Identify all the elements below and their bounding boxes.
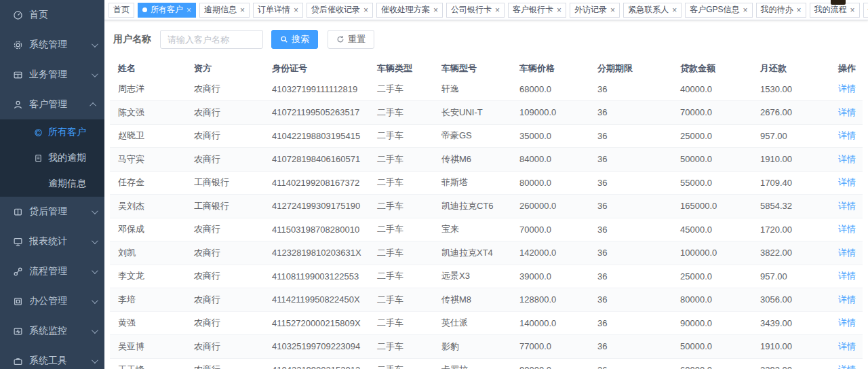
table-row: 黄强农商行41152720000215809X二手车英仕派140000.0369…	[110, 311, 863, 335]
detail-link[interactable]: 详情	[838, 364, 856, 369]
close-icon[interactable]: ×	[495, 6, 500, 14]
sidebar-item-post-loan-management[interactable]: 贷后管理	[0, 197, 104, 227]
cell-vehicle-price: 142000.0	[511, 241, 589, 265]
sidebar-item-customer-management[interactable]: 客户管理	[0, 90, 104, 119]
detail-link[interactable]: 详情	[838, 177, 856, 187]
cell-loan-amount: 50000.0	[672, 335, 752, 359]
table-row: 吴刘杰工商银行412724199309175190二手车凯迪拉克CT626000…	[110, 195, 863, 218]
sidebar-item-system-tools[interactable]: 系统工具	[0, 346, 104, 369]
sidebar-item-system-monitor[interactable]: 系统监控	[0, 316, 104, 346]
cell-vehicle-price: 39000.0	[511, 265, 589, 288]
cell-monthly-payment: 957.00	[752, 124, 830, 148]
cell-funder: 农商行	[186, 358, 264, 369]
sidebar-item-overdue-info[interactable]: 逾期信息	[0, 171, 104, 197]
cell-id-number: 412724199309175190	[264, 195, 369, 218]
detail-link[interactable]: 详情	[838, 271, 856, 281]
detail-link[interactable]: 详情	[838, 224, 856, 234]
detail-link[interactable]: 详情	[838, 248, 856, 258]
cell-loan-amount: 70000.0	[672, 101, 752, 125]
col-header-vehicle-price: 车辆价格	[511, 60, 589, 77]
detail-link[interactable]: 详情	[838, 317, 856, 328]
close-icon[interactable]: ×	[186, 6, 191, 14]
sidebar-item-business-management[interactable]: 业务管理	[0, 60, 104, 90]
cell-monthly-payment: 3439.00	[752, 311, 830, 335]
col-header-name: 姓名	[110, 60, 186, 77]
close-icon[interactable]: ×	[610, 6, 615, 14]
tab-customer-bank-card[interactable]: 客户银行卡×	[508, 3, 566, 18]
cell-vehicle-type: 二手车	[369, 218, 433, 241]
close-icon[interactable]: ×	[672, 6, 677, 14]
close-icon[interactable]: ×	[797, 6, 802, 14]
sidebar-item-label: 系统工具	[29, 355, 92, 367]
dashboard-icon	[13, 10, 23, 20]
sidebar-item-report-statistics[interactable]: 报表统计	[0, 227, 104, 256]
close-icon[interactable]: ×	[850, 6, 855, 14]
cell-installment-term: 36	[589, 311, 672, 335]
close-icon[interactable]: ×	[433, 6, 438, 14]
detail-link[interactable]: 详情	[838, 341, 856, 351]
close-icon[interactable]: ×	[557, 6, 561, 14]
sidebar-item-process-management[interactable]: 流程管理	[0, 256, 104, 286]
tab-customer-gps[interactable]: 客户GPS信息×	[685, 3, 752, 18]
office-icon	[13, 296, 23, 307]
cell-name: 王玉峰	[110, 358, 186, 369]
cell-monthly-payment: 3056.00	[752, 288, 830, 312]
tab-visit-records[interactable]: 外访记录×	[570, 3, 620, 18]
detail-link[interactable]: 详情	[838, 201, 856, 211]
close-icon[interactable]: ×	[743, 6, 747, 14]
tags-view-bar: 首页 所有客户× 逾期信息× 订单详情× 贷后催收记录× 催收处理方案× 公司银…	[104, 0, 868, 20]
tab-collection-records[interactable]: 贷后催收记录×	[307, 3, 373, 18]
cell-id-number: 410721199505263517	[264, 101, 369, 125]
search-button[interactable]: 搜索	[271, 30, 318, 49]
close-icon[interactable]: ×	[240, 6, 245, 14]
reset-button[interactable]: 重置	[328, 30, 374, 49]
cell-funder: 农商行	[186, 288, 264, 312]
sidebar-item-home[interactable]: 首页	[0, 0, 104, 30]
cell-installment-term: 36	[589, 358, 672, 369]
cell-vehicle-type: 二手车	[369, 148, 433, 172]
cell-action: 详情	[830, 77, 863, 101]
cell-vehicle-type: 二手车	[369, 335, 433, 359]
cell-id-number: 411503198708280010	[264, 218, 369, 241]
cell-id-number: 411081199003122553	[264, 265, 369, 288]
customer-name-input[interactable]	[160, 30, 263, 49]
detail-link[interactable]: 详情	[838, 83, 856, 94]
detail-link[interactable]: 详情	[838, 130, 856, 140]
tab-emergency-contacts[interactable]: 紧急联系人×	[623, 3, 682, 18]
cell-id-number: 410728198406160571	[264, 148, 369, 172]
tab-home[interactable]: 首页	[108, 3, 134, 18]
sidebar-item-system-management[interactable]: 系统管理	[0, 30, 104, 60]
tab-my-todo[interactable]: 我的待办×	[756, 3, 806, 18]
cell-vehicle-price: 109000.0	[511, 101, 589, 125]
cell-loan-amount: 25000.0	[672, 265, 752, 288]
tab-order-detail[interactable]: 订单详情×	[253, 3, 303, 18]
cell-vehicle-model: 长安UNI-T	[433, 101, 511, 125]
tab-company-bank-card[interactable]: 公司银行卡×	[446, 3, 505, 18]
tab-all-customers[interactable]: 所有客户×	[138, 3, 196, 18]
cell-vehicle-price: 128800.0	[511, 288, 589, 312]
cell-installment-term: 36	[589, 148, 672, 172]
cell-vehicle-model: 宝来	[433, 218, 511, 241]
cell-vehicle-price: 77000.0	[511, 335, 589, 359]
cell-vehicle-type: 二手车	[369, 101, 433, 125]
cell-vehicle-price: 84000.0	[511, 148, 589, 172]
cell-funder: 农商行	[186, 101, 264, 125]
sidebar-item-all-customers[interactable]: 所有客户	[0, 119, 104, 145]
sidebar-item-office-management[interactable]: 办公管理	[0, 286, 104, 316]
col-header-vehicle-type: 车辆类型	[369, 60, 433, 77]
close-icon[interactable]: ×	[363, 6, 368, 14]
table-row: 吴亚博农商行410325199709223094二手车影豹77000.03650…	[110, 335, 863, 359]
tab-collection-plan[interactable]: 催收处理方案×	[376, 3, 443, 18]
detail-link[interactable]: 详情	[838, 154, 856, 164]
cell-funder: 农商行	[186, 241, 264, 265]
detail-link[interactable]: 详情	[838, 294, 856, 305]
cell-installment-term: 36	[589, 171, 672, 195]
chevron-down-icon	[92, 357, 98, 364]
tab-overdue-info[interactable]: 逾期信息×	[199, 3, 250, 18]
detail-link[interactable]: 详情	[838, 107, 856, 117]
cell-monthly-payment: 5854.32	[752, 195, 830, 218]
close-icon[interactable]: ×	[294, 6, 298, 14]
tab-sign-tasks[interactable]: 代签任务×	[863, 3, 868, 18]
avatar-partial[interactable]	[831, 0, 846, 5]
sidebar-item-my-overdue[interactable]: 我的逾期	[0, 145, 104, 171]
